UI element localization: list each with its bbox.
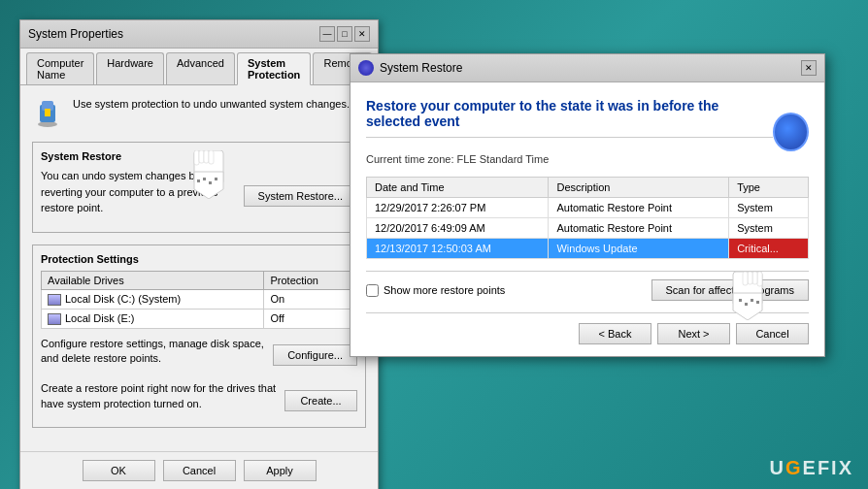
tabs-container: Computer Name Hardware Advanced System P… bbox=[20, 49, 378, 85]
watermark-u: U bbox=[770, 457, 785, 478]
watermark-highlight: G bbox=[785, 457, 803, 478]
system-restore-section: System Restore You can undo system chang… bbox=[32, 142, 366, 233]
ok-button[interactable]: OK bbox=[83, 460, 155, 481]
col-date-time: Date and Time bbox=[367, 178, 549, 198]
sys-props-title: System Properties bbox=[28, 27, 123, 41]
table-row: Local Disk (E:) Off bbox=[42, 309, 357, 328]
restore-close-button[interactable]: ✕ bbox=[801, 60, 817, 76]
restore-text: You can undo system changes by reverting… bbox=[41, 168, 236, 216]
restore-header: Restore your computer to the state it wa… bbox=[366, 98, 773, 165]
restore-sub: Restore your computer to the state it wa… bbox=[366, 98, 809, 165]
col-drives: Available Drives bbox=[42, 271, 264, 289]
restore-header-text: Restore your computer to the state it wa… bbox=[366, 98, 773, 138]
protection-settings-section: Protection Settings Available Drives Pro… bbox=[32, 244, 366, 429]
drive-icon bbox=[48, 294, 61, 306]
watermark-rest: EFIX bbox=[803, 457, 853, 478]
create-button[interactable]: Create... bbox=[284, 390, 357, 411]
date-1: 12/29/2017 2:26:07 PM bbox=[367, 198, 549, 218]
type-2: System bbox=[729, 218, 809, 239]
table-row[interactable]: 12/20/2017 6:49:09 AM Automatic Restore … bbox=[367, 218, 809, 239]
minimize-button[interactable]: — bbox=[319, 26, 335, 42]
table-row: Local Disk (C:) (System) On bbox=[42, 289, 357, 309]
svg-rect-3 bbox=[45, 109, 50, 116]
date-2: 12/20/2017 6:49:09 AM bbox=[367, 218, 549, 239]
cancel-button[interactable]: Cancel bbox=[163, 460, 236, 481]
desc-3: Windows Update bbox=[549, 239, 729, 259]
col-type: Type bbox=[729, 178, 809, 198]
type-1: System bbox=[729, 198, 809, 218]
type-3: Critical... bbox=[729, 239, 809, 259]
back-button[interactable]: < Back bbox=[579, 323, 651, 344]
restore-footer: Show more restore points Scan for affect… bbox=[366, 271, 809, 301]
restore-nav-buttons: < Back Next > Cancel bbox=[366, 312, 809, 344]
tab-system-protection[interactable]: System Protection bbox=[237, 52, 312, 85]
configure-text: Configure restore settings, manage disk … bbox=[41, 337, 265, 367]
close-button[interactable]: ✕ bbox=[354, 26, 370, 42]
restore-cancel-button[interactable]: Cancel bbox=[736, 323, 809, 344]
system-properties-window: System Properties — □ ✕ Computer Name Ha… bbox=[19, 19, 379, 489]
protection-table: Available Drives Protection Local Disk (… bbox=[41, 271, 357, 329]
system-restore-label: System Restore bbox=[41, 150, 357, 162]
drive-c: Local Disk (C:) (System) bbox=[42, 289, 264, 309]
configure-button[interactable]: Configure... bbox=[273, 344, 357, 366]
col-description: Description bbox=[549, 178, 729, 198]
restore-title: System Restore bbox=[380, 61, 462, 75]
apply-button[interactable]: Apply bbox=[244, 460, 317, 481]
tab-computer-name[interactable]: Computer Name bbox=[26, 52, 94, 84]
protection-c: On bbox=[264, 289, 357, 309]
show-more-checkbox[interactable] bbox=[366, 284, 379, 297]
restore-row: You can undo system changes by reverting… bbox=[41, 168, 357, 224]
sys-props-titlebar: System Properties — □ ✕ bbox=[20, 20, 378, 49]
date-3: 12/13/2017 12:50:03 AM bbox=[367, 239, 549, 259]
sys-description: Use system protection to undo unwanted s… bbox=[32, 97, 366, 128]
tab-advanced[interactable]: Advanced bbox=[166, 52, 235, 84]
protection-e: Off bbox=[264, 309, 357, 328]
desc-2: Automatic Restore Point bbox=[549, 218, 729, 239]
system-restore-window: System Restore ✕ Restore your computer t… bbox=[350, 53, 825, 357]
protection-settings-label: Protection Settings bbox=[41, 253, 357, 265]
timezone-label: Current time zone: FLE Standard Time bbox=[366, 153, 773, 165]
scan-button[interactable]: Scan for affected programs bbox=[651, 279, 809, 301]
sys-description-text: Use system protection to undo unwanted s… bbox=[73, 97, 350, 112]
restore-table: Date and Time Description Type 12/29/201… bbox=[366, 177, 809, 259]
drive-icon bbox=[48, 313, 61, 325]
restore-content: Restore your computer to the state it wa… bbox=[351, 82, 824, 356]
create-text: Create a restore point right now for the… bbox=[41, 381, 277, 411]
restore-title-left: System Restore bbox=[358, 60, 462, 76]
table-row-selected[interactable]: 12/13/2017 12:50:03 AM Windows Update Cr… bbox=[367, 239, 809, 259]
system-shield-icon bbox=[32, 97, 63, 128]
col-protection: Protection bbox=[264, 271, 357, 289]
restore-icon bbox=[358, 60, 374, 76]
system-restore-button[interactable]: System Restore... bbox=[244, 185, 357, 207]
restore-window-controls: ✕ bbox=[801, 60, 817, 76]
show-more-label: Show more restore points bbox=[384, 284, 505, 296]
next-button[interactable]: Next > bbox=[657, 323, 730, 344]
table-row[interactable]: 12/29/2017 2:26:07 PM Automatic Restore … bbox=[367, 198, 809, 218]
show-more-row: Show more restore points bbox=[366, 284, 505, 297]
sys-props-content: Use system protection to undo unwanted s… bbox=[20, 85, 378, 451]
watermark: UGEFIX bbox=[770, 457, 853, 479]
world-icon bbox=[773, 113, 809, 151]
window-controls: — □ ✕ bbox=[319, 26, 370, 42]
bottom-buttons: OK Cancel Apply bbox=[20, 451, 378, 489]
restore-titlebar: System Restore ✕ bbox=[351, 54, 824, 82]
desc-1: Automatic Restore Point bbox=[549, 198, 729, 218]
tab-hardware[interactable]: Hardware bbox=[96, 52, 164, 84]
drive-e: Local Disk (E:) bbox=[42, 309, 264, 328]
maximize-button[interactable]: □ bbox=[337, 26, 352, 42]
